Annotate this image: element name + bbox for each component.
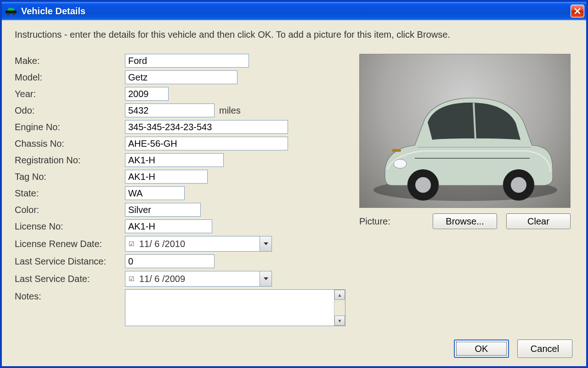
label-tag-no: Tag No:	[15, 172, 125, 182]
odo-unit: miles	[219, 105, 241, 116]
license-renew-date-text: 11/ 6 /2010	[137, 239, 260, 249]
chassis-no-field[interactable]	[125, 137, 288, 150]
svg-rect-10	[392, 149, 401, 152]
svg-point-1	[7, 12, 10, 15]
notes-field[interactable]	[125, 290, 334, 326]
model-field[interactable]	[125, 70, 237, 84]
app-icon	[6, 7, 17, 15]
notes-scrollbar[interactable]: ▲ ▼	[334, 290, 345, 326]
picture-column: Picture: Browse... Clear	[359, 54, 571, 229]
state-field[interactable]	[125, 186, 185, 200]
make-field[interactable]	[125, 54, 249, 68]
last-service-distance-field[interactable]	[125, 254, 215, 268]
label-make: Make:	[15, 56, 125, 66]
date-checkbox-icon: ☑	[125, 240, 137, 247]
date-checkbox-icon: ☑	[125, 275, 137, 282]
window-title: Vehicle Details	[21, 6, 571, 17]
notes-field-wrap: ▲ ▼	[125, 289, 345, 326]
close-button[interactable]	[571, 5, 584, 17]
label-picture: Picture:	[359, 216, 424, 227]
titlebar[interactable]: Vehicle Details	[2, 2, 586, 20]
clear-button[interactable]: Clear	[506, 213, 571, 229]
svg-point-2	[12, 12, 15, 15]
client-area: Instructions - enter the details for thi…	[2, 20, 586, 366]
label-engine-no: Engine No:	[15, 122, 125, 132]
last-service-date-picker[interactable]: ☑ 11/ 6 /2009	[125, 271, 272, 287]
fields-grid: Make: Model: Year: Odo: miles Engine No:…	[15, 54, 345, 326]
ok-button[interactable]: OK	[454, 339, 509, 358]
label-state: State:	[15, 188, 125, 199]
label-registration-no: Registration No:	[15, 155, 125, 166]
scroll-up-icon[interactable]: ▲	[334, 290, 345, 300]
engine-no-field[interactable]	[125, 120, 288, 134]
instructions-text: Instructions - enter the details for thi…	[15, 29, 573, 40]
chevron-down-icon[interactable]	[260, 236, 271, 251]
svg-point-6	[415, 177, 431, 193]
browse-button[interactable]: Browse...	[433, 213, 497, 229]
label-last-service-date: Last Service Date:	[15, 274, 125, 284]
vehicle-details-window: Vehicle Details Instructions - enter the…	[0, 0, 588, 368]
svg-point-9	[394, 159, 407, 168]
cancel-button[interactable]: Cancel	[517, 339, 572, 358]
svg-point-8	[511, 177, 526, 193]
odo-field[interactable]	[125, 104, 215, 117]
license-renew-date-picker[interactable]: ☑ 11/ 6 /2010	[125, 236, 272, 252]
label-odo: Odo:	[15, 105, 125, 116]
last-service-date-text: 11/ 6 /2009	[137, 274, 260, 284]
svg-rect-0	[6, 11, 17, 13]
scroll-track[interactable]	[334, 300, 345, 316]
label-chassis-no: Chassis No:	[15, 138, 125, 149]
registration-no-field[interactable]	[125, 153, 224, 167]
label-license-no: License No:	[15, 221, 125, 232]
color-field[interactable]	[125, 203, 201, 217]
label-last-service-distance: Last Service Distance:	[15, 256, 125, 267]
tag-no-field[interactable]	[125, 170, 208, 184]
label-notes: Notes:	[15, 289, 125, 302]
year-field[interactable]	[125, 87, 169, 101]
dialog-buttons: OK Cancel	[454, 339, 572, 358]
label-color: Color:	[15, 205, 125, 215]
label-license-renew-date: License Renew Date:	[15, 239, 125, 249]
label-model: Model:	[15, 72, 125, 83]
scroll-down-icon[interactable]: ▼	[334, 316, 345, 326]
label-year: Year:	[15, 89, 125, 99]
chevron-down-icon[interactable]	[260, 271, 271, 286]
license-no-field[interactable]	[125, 219, 212, 233]
vehicle-picture	[359, 54, 571, 208]
